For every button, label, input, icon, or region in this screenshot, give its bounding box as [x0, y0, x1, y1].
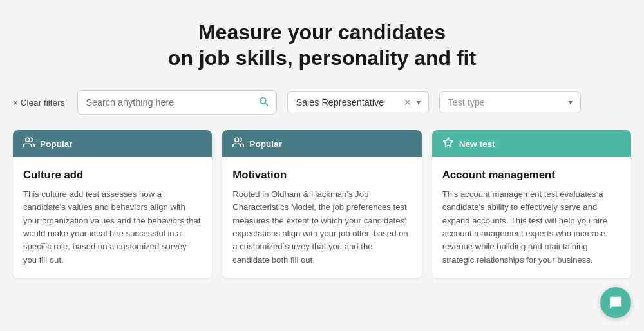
people-icon-1 [23, 137, 35, 151]
filter-bar: × Clear filters Sales Representative ✕ ▾… [13, 90, 631, 115]
chevron-down-icon-2: ▾ [569, 98, 573, 107]
test-type-placeholder: Test type [448, 97, 564, 108]
card-body-2: Motivation Rooted in Oldham & Hackman's … [222, 157, 421, 278]
job-role-dropdown[interactable]: Sales Representative ✕ ▾ [287, 91, 429, 113]
card-description-1: This culture add test assesses how a can… [23, 188, 202, 267]
svg-point-3 [235, 138, 239, 142]
card-culture-add: Popular Culture add This culture add tes… [13, 130, 212, 278]
card-badge-popular-1: Popular [13, 130, 212, 157]
card-account-management: New test Account management This account… [432, 130, 631, 278]
svg-point-2 [26, 138, 30, 142]
svg-line-1 [265, 103, 268, 106]
clear-filters-button[interactable]: × Clear filters [13, 98, 64, 108]
badge-label-3: New test [459, 139, 495, 149]
card-description-3: This account management test evaluates a… [442, 188, 621, 267]
card-title-2: Motivation [232, 169, 411, 182]
test-type-dropdown[interactable]: Test type ▾ [439, 91, 581, 113]
card-description-2: Rooted in Oldham & Hackman's Job Charact… [232, 188, 411, 267]
card-title-1: Culture add [23, 169, 202, 182]
chat-button[interactable] [600, 287, 631, 318]
card-body-1: Culture add This culture add test assess… [13, 157, 212, 278]
badge-label-2: Popular [249, 139, 282, 149]
card-badge-new-3: New test [432, 130, 631, 157]
chevron-down-icon: ▾ [417, 98, 421, 107]
badge-label-1: Popular [40, 139, 73, 149]
card-badge-popular-2: Popular [222, 130, 421, 157]
card-motivation: Popular Motivation Rooted in Oldham & Ha… [222, 130, 421, 278]
card-title-3: Account management [442, 169, 621, 182]
search-icon [258, 96, 269, 109]
card-body-3: Account management This account manageme… [432, 157, 631, 278]
people-icon-2 [232, 137, 244, 151]
svg-marker-4 [443, 138, 453, 147]
cards-grid: Popular Culture add This culture add tes… [13, 130, 631, 278]
clear-job-role-icon[interactable]: ✕ [404, 97, 412, 108]
page-title: Measure your candidates on job skills, p… [13, 19, 631, 71]
job-role-value: Sales Representative [296, 97, 399, 108]
search-box [77, 90, 277, 115]
sparkle-icon [442, 137, 454, 151]
search-input[interactable] [86, 97, 258, 108]
